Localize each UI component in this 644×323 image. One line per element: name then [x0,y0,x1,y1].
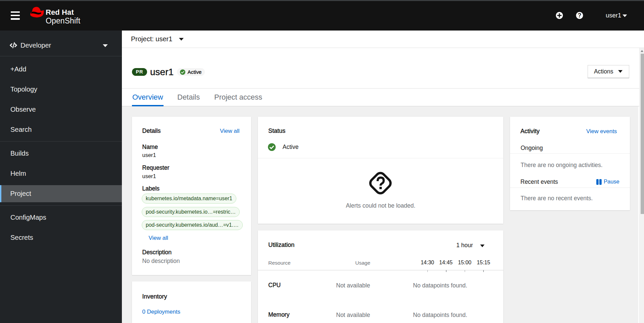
svg-text:?: ? [578,12,582,19]
